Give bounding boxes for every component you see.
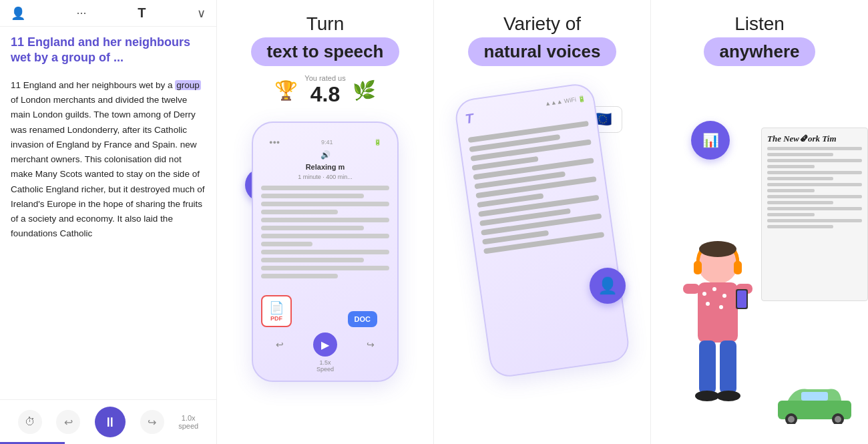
listen-title-pill: anywhere [704,37,816,66]
newspaper-bg: The New🗞ork Tim [761,128,868,301]
phone-screen-tts: ●●● 9:41 🔋 🔊 Relaxing m 1 minute · 400 m… [253,123,397,381]
phone-time: 9:41 [321,139,333,146]
np-line [767,183,862,186]
text-line [261,234,389,238]
doc-badge: DOC [348,311,377,327]
np-line [767,177,833,180]
tts-panel: Turn text to speech 🏆 You rated us 4.8 🌿… [217,0,434,444]
t-icon-voices: T [464,111,474,127]
np-line [767,159,862,162]
content-text-post: of London merchants and divided the twel… [11,95,204,238]
speed-label: speed [178,422,198,430]
text-line [261,226,364,230]
np-line [767,195,862,198]
reading-title: 11 England and her neighbours wet by a g… [0,27,216,71]
status-bar-tts: ●●● 9:41 🔋 [261,136,389,148]
np-line [767,147,862,150]
np-line [767,207,862,210]
person-icon[interactable]: 👤 [11,6,25,21]
voices-header: Variety of natural voices [455,0,630,74]
svg-point-16 [695,391,719,401]
svg-rect-4 [698,282,738,343]
svg-rect-1 [694,261,702,274]
rewind-btn[interactable]: ↩ [56,410,80,434]
speed-value-phone: 1.5x [319,359,331,366]
car-illustration [775,384,855,424]
rating-section: 🏆 You rated us 4.8 🌿 [274,74,375,107]
text-line [261,274,338,278]
sound-wave-btn[interactable]: 📊 [691,121,730,160]
rewind-timer-btn[interactable]: ⏱ [18,410,42,434]
laurel-left-icon: 🏆 [274,79,298,101]
svg-point-21 [788,416,795,423]
phone-forward-btn[interactable]: ↪ [367,339,375,350]
content-text-pre: 11 England and her neighbours wet by a [11,80,175,90]
np-line [767,153,833,156]
pause-btn[interactable]: ⏸ [95,407,126,437]
np-line [767,213,815,216]
phone-doc-sub: 1 minute · 400 min... [261,174,389,180]
tts-title-line1: Turn [251,13,400,35]
svg-rect-13 [737,290,746,308]
phone-doc-title: Relaxing m [261,163,389,171]
np-line [767,219,862,222]
pdf-icon: 📄 [269,300,284,315]
speed-value: 1.0x [182,414,196,422]
highlighted-word: group [175,80,201,90]
text-line [261,186,389,190]
phone-signal: ●●● [269,139,280,146]
listen-panel: Listen anywhere 📊 The New🗞ork Tim [651,0,868,444]
reading-content: 11 England and her neighbours wet by a g… [0,71,216,399]
svg-rect-10 [683,284,700,294]
text-line [261,202,389,206]
reading-header: 👤 ··· T ∨ [0,0,216,27]
listen-title-line1: Listen [704,13,816,35]
np-line [767,201,833,204]
rating-box: You rated us 4.8 [304,74,345,107]
phone-speed-label: 1.5x Speed [261,359,389,373]
phone-play-btn[interactable]: ▶ [313,332,337,357]
text-size-icon[interactable]: T [138,5,146,21]
person-illustration [664,230,771,444]
forward-btn[interactable]: ↪ [140,410,164,434]
svg-point-3 [699,241,736,257]
laurel-right-icon: 🌿 [353,79,376,101]
phone-rewind-btn[interactable]: ↩ [276,339,284,350]
reading-panel: 👤 ··· T ∨ 11 England and her neighbours … [0,0,217,444]
voices-panel: Variety of natural voices 🇪🇺 T ▲▲▲ WiFi … [434,0,651,444]
np-line [767,225,833,228]
ellipsis-icon[interactable]: ··· [77,6,87,20]
svg-point-5 [702,292,706,296]
speaker-icon-small: 🔊 [320,150,331,160]
text-line [261,266,389,270]
tts-title-pill: text to speech [251,37,400,66]
text-line [261,218,389,222]
svg-point-9 [719,305,723,309]
listen-header: Listen anywhere [690,0,829,74]
text-line [261,194,364,198]
rating-label: You rated us [304,74,345,82]
text-line [261,242,312,246]
voice-avatar-btn[interactable]: 👤 [590,268,626,304]
speed-sublabel-phone: Speed [316,366,334,373]
waveform-icon: 📊 [702,132,719,148]
voices-title-pill: natural voices [468,37,617,66]
newspaper-title: The New🗞ork Tim [767,134,862,144]
svg-point-22 [835,416,841,423]
voice-text-lines [468,121,605,254]
voices-title-line1: Variety of [468,13,617,35]
speed-badge[interactable]: 1.0x speed [178,414,198,430]
svg-point-17 [716,391,740,401]
svg-rect-15 [720,341,736,394]
listen-illustration: 📊 The New🗞ork Tim [651,74,868,444]
tts-header: Turn text to speech [238,0,413,74]
np-line [767,165,815,168]
np-line [767,171,862,174]
checkmark-icon[interactable]: ∨ [197,6,206,21]
phone-battery: 🔋 [374,139,381,146]
phone-play-controls: ↩ ▶ ↪ [261,327,389,359]
np-line [767,189,815,192]
svg-point-6 [712,287,716,291]
svg-rect-14 [699,341,716,394]
text-line [261,250,389,254]
